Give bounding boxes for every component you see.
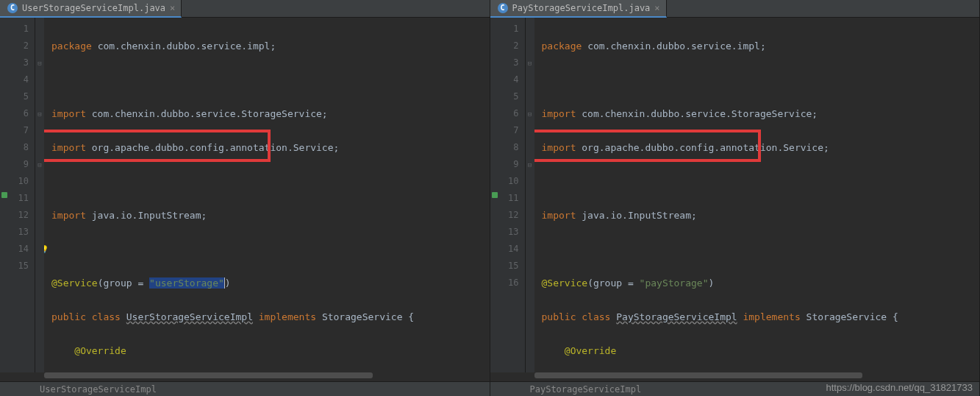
class-file-icon: C bbox=[498, 3, 508, 13]
line-gutter: 1 2 3 4 5 6 7 8 9 10 11 12 13 14 15 16 bbox=[490, 18, 526, 372]
code-area[interactable]: package com.chenxin.dubbo.service.impl; … bbox=[534, 18, 980, 372]
fold-icon[interactable]: ⊟ bbox=[35, 54, 44, 71]
horizontal-scrollbar[interactable] bbox=[44, 372, 482, 380]
editor-body[interactable]: 1 2 3 4 5 6 7 8 9 10 11 12 13 14 15 16 ⊟… bbox=[490, 18, 980, 372]
fold-icon[interactable]: ⊟ bbox=[526, 54, 534, 71]
fold-icon[interactable]: ⊟ bbox=[35, 156, 44, 173]
horizontal-scrollbar[interactable] bbox=[534, 372, 973, 380]
right-pane: C PayStorageServiceImpl.java × 1 2 3 4 5… bbox=[490, 0, 981, 396]
fold-icon[interactable]: ⊟ bbox=[526, 156, 534, 173]
close-icon[interactable]: × bbox=[170, 3, 175, 13]
fold-icon[interactable]: ⊟ bbox=[35, 105, 44, 122]
tab-label: UserStorageServiceImpl.java bbox=[22, 3, 165, 13]
override-gutter-icon[interactable] bbox=[492, 192, 498, 198]
fold-icon[interactable]: ⊟ bbox=[526, 105, 534, 122]
line-gutter: 1 2 3 4 5 6 7 8 9 10 11 12 13 14 15 bbox=[0, 18, 35, 372]
tab-paystorage[interactable]: C PayStorageServiceImpl.java × bbox=[490, 0, 667, 18]
editor-body[interactable]: 1 2 3 4 5 6 7 8 9 10 11 12 13 14 15 ⊟ ⊟ … bbox=[0, 18, 490, 372]
left-pane: C UserStorageServiceImpl.java × 1 2 3 4 … bbox=[0, 0, 490, 396]
class-file-icon: C bbox=[7, 3, 18, 13]
tab-label: PayStorageServiceImpl.java bbox=[512, 3, 651, 13]
code-area[interactable]: package com.chenxin.dubbo.service.impl; … bbox=[44, 18, 490, 372]
tab-bar: C UserStorageServiceImpl.java × bbox=[0, 0, 490, 18]
override-gutter-icon[interactable] bbox=[1, 192, 7, 198]
fold-column: ⊟ ⊟ ⊟ bbox=[35, 18, 44, 372]
breadcrumb[interactable]: UserStorageServiceImpl bbox=[0, 381, 490, 396]
watermark: https://blog.csdn.net/qq_31821733 bbox=[826, 382, 973, 393]
tab-bar: C PayStorageServiceImpl.java × bbox=[490, 0, 980, 18]
close-icon[interactable]: × bbox=[654, 3, 659, 13]
intention-bulb-icon[interactable]: 💡 bbox=[44, 241, 49, 258]
fold-column: ⊟ ⊟ ⊟ bbox=[526, 18, 534, 372]
tab-userstorage[interactable]: C UserStorageServiceImpl.java × bbox=[0, 0, 182, 18]
